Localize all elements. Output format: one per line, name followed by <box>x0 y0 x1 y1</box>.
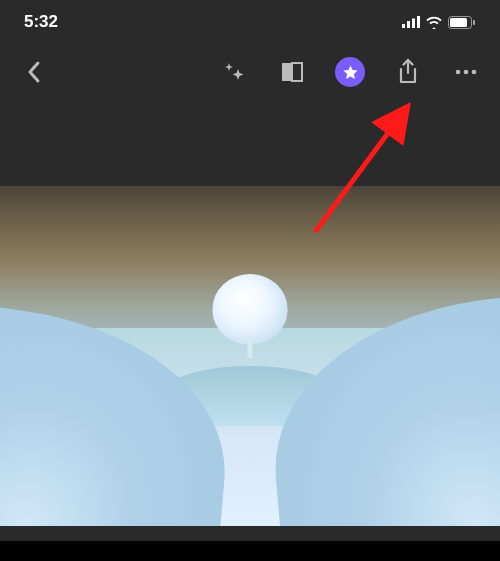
svg-point-9 <box>456 70 461 75</box>
filter-panel-icon <box>280 60 304 84</box>
favorite-button[interactable] <box>334 56 366 88</box>
svg-rect-2 <box>412 19 415 29</box>
enhance-button[interactable] <box>218 56 250 88</box>
sparkles-icon <box>223 61 245 83</box>
photo-content <box>0 186 500 526</box>
photo-tree-canopy <box>213 274 288 344</box>
svg-rect-8 <box>292 63 302 81</box>
toolbar <box>0 44 500 100</box>
favorite-circle <box>335 57 365 87</box>
share-button[interactable] <box>392 56 424 88</box>
cellular-signal-icon <box>402 16 420 28</box>
back-button[interactable] <box>18 56 50 88</box>
star-icon <box>342 64 359 81</box>
photo-viewer[interactable] <box>0 100 500 561</box>
status-indicators <box>402 16 476 29</box>
share-icon <box>396 59 420 85</box>
svg-rect-0 <box>402 24 405 28</box>
svg-point-10 <box>464 70 469 75</box>
ellipsis-icon <box>454 68 478 76</box>
filter-button[interactable] <box>276 56 308 88</box>
status-time: 5:32 <box>24 12 58 32</box>
battery-icon <box>448 16 476 29</box>
photo-tree-trunk <box>248 336 253 358</box>
svg-rect-3 <box>417 16 420 28</box>
svg-rect-6 <box>473 20 475 25</box>
more-button[interactable] <box>450 56 482 88</box>
svg-rect-1 <box>407 21 410 28</box>
svg-rect-7 <box>282 63 292 81</box>
wifi-icon <box>425 16 443 29</box>
chevron-left-icon <box>26 60 42 84</box>
status-bar: 5:32 <box>0 0 500 44</box>
svg-rect-5 <box>450 18 467 27</box>
bottom-bar <box>0 541 500 561</box>
svg-point-11 <box>472 70 477 75</box>
